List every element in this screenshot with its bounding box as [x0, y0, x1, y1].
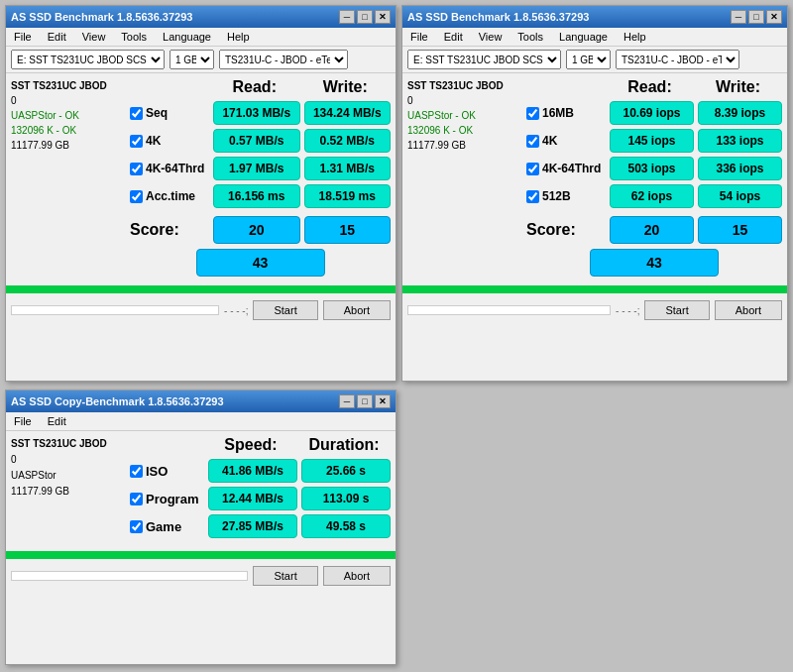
write-4k64-2[interactable]: 336 iops	[698, 157, 782, 180]
speed-iso[interactable]: 41.86 MB/s	[208, 459, 297, 483]
menu-language-1[interactable]: Language	[160, 30, 214, 44]
read-16mb[interactable]: 10.69 iops	[610, 101, 694, 125]
menu-edit-3[interactable]: Edit	[45, 414, 69, 428]
menu-view-1[interactable]: View	[79, 30, 109, 44]
target-select-2[interactable]: TS231U-C - JBOD - eTeknix.c	[616, 50, 739, 69]
content-2: SST TS231UC JBOD 0 UASPStor - OK 132096 …	[402, 73, 787, 281]
read-4k[interactable]: 0.57 MB/s	[213, 129, 300, 153]
disk-select-1[interactable]: E: SST TS231UC JBOD SCSI Disk Devic	[11, 50, 165, 69]
uasp-status-2: UASPStor - OK	[407, 108, 521, 123]
write-4k[interactable]: 0.52 MB/s	[304, 129, 392, 153]
write-seq[interactable]: 134.24 MB/s	[304, 101, 392, 125]
label-4k64-2: 4K-64Thrd	[526, 162, 606, 175]
toolbar-2: E: SST TS231UC JBOD SCSI Disk Devic 1 GB…	[402, 47, 787, 73]
disk-select-2[interactable]: E: SST TS231UC JBOD SCSI Disk Devic	[407, 50, 561, 69]
check-program[interactable]	[130, 493, 143, 505]
menu-view-2[interactable]: View	[476, 30, 506, 44]
row-16mb: 16MB 10.69 iops 8.39 iops	[526, 101, 782, 125]
check-4k-2[interactable]	[526, 135, 539, 148]
check-game[interactable]	[130, 520, 143, 533]
check-512b[interactable]	[526, 190, 539, 203]
window-controls-2: ─ □ ✕	[731, 10, 782, 24]
score-write-1[interactable]: 15	[304, 216, 392, 244]
uasp-3: UASPStor	[11, 468, 125, 484]
maximize-btn-1[interactable]: □	[357, 10, 373, 24]
abort-btn-3[interactable]: Abort	[323, 566, 391, 586]
capacity-2: 11177.99 GB	[407, 138, 521, 153]
check-4k[interactable]	[130, 135, 143, 148]
duration-game[interactable]: 49.58 s	[301, 514, 391, 538]
window-title-1: AS SSD Benchmark 1.8.5636.37293	[11, 11, 192, 23]
read-4k-2[interactable]: 145 iops	[610, 129, 694, 153]
write-acctime[interactable]: 18.519 ms	[304, 184, 392, 208]
close-btn-1[interactable]: ✕	[375, 10, 391, 24]
device-num-3: 0	[11, 452, 125, 468]
abort-btn-2[interactable]: Abort	[715, 300, 782, 320]
size-select-1[interactable]: 1 GB	[170, 50, 214, 69]
minimize-btn-2[interactable]: ─	[731, 10, 746, 24]
score-write-2[interactable]: 15	[698, 216, 782, 244]
read-4k64-2[interactable]: 503 iops	[610, 157, 694, 180]
read-seq[interactable]: 171.03 MB/s	[213, 101, 300, 125]
close-btn-3[interactable]: ✕	[375, 394, 391, 408]
main-panel-1: Read: Write: Seq 171.03 MB/s 134.24 MB/s	[130, 78, 391, 277]
check-4k64[interactable]	[130, 163, 143, 175]
desktop: AS SSD Benchmark 1.8.5636.37293 ─ □ ✕ Fi…	[0, 0, 793, 672]
duration-header-3: Duration:	[297, 436, 391, 454]
start-btn-1[interactable]: Start	[253, 300, 317, 320]
menu-tools-1[interactable]: Tools	[118, 30, 150, 44]
check-acctime[interactable]	[130, 190, 143, 203]
menu-file-2[interactable]: File	[407, 30, 431, 44]
check-16mb[interactable]	[526, 107, 539, 120]
write-4k-2[interactable]: 133 iops	[698, 129, 782, 153]
check-4k64-2[interactable]	[526, 163, 539, 175]
menu-help-2[interactable]: Help	[621, 30, 649, 44]
label-16mb: 16MB	[526, 106, 606, 120]
target-select-1[interactable]: TS231U-C - JBOD - eTeknix.c	[219, 50, 348, 69]
window-controls-1: ─ □ ✕	[339, 10, 391, 24]
row-4k64: 4K-64Thrd 1.97 MB/s 1.31 MB/s	[130, 157, 391, 180]
title-bar-2: AS SSD Benchmark 1.8.5636.37293 ─ □ ✕	[402, 6, 787, 28]
green-bar-3	[6, 551, 396, 559]
minimize-btn-3[interactable]: ─	[339, 394, 355, 408]
main-panel-2: Read: Write: 16MB 10.69 iops 8.39 iops	[526, 78, 782, 277]
label-iso-text: ISO	[146, 464, 168, 479]
menu-tools-2[interactable]: Tools	[514, 30, 546, 44]
maximize-btn-2[interactable]: □	[748, 10, 764, 24]
maximize-btn-3[interactable]: □	[357, 394, 373, 408]
write-16mb[interactable]: 8.39 iops	[698, 101, 782, 125]
read-4k64[interactable]: 1.97 MB/s	[213, 157, 300, 180]
start-btn-3[interactable]: Start	[253, 566, 317, 586]
start-btn-2[interactable]: Start	[644, 300, 709, 320]
device-info-1: SST TS231UC JBOD 0 UASPStor - OK 132096 …	[11, 78, 125, 277]
menu-edit-2[interactable]: Edit	[441, 30, 466, 44]
write-512b[interactable]: 54 iops	[698, 184, 782, 208]
check-seq[interactable]	[130, 107, 143, 120]
device-name-2: SST TS231UC JBOD	[407, 78, 521, 93]
menu-language-2[interactable]: Language	[556, 30, 611, 44]
total-score-row-1: 43	[130, 249, 391, 277]
read-acctime[interactable]: 16.156 ms	[213, 184, 300, 208]
total-score-1[interactable]: 43	[196, 249, 325, 277]
minimize-btn-1[interactable]: ─	[339, 10, 355, 24]
total-score-2[interactable]: 43	[590, 249, 719, 277]
score-read-1[interactable]: 20	[213, 216, 300, 244]
total-score-row-2: 43	[526, 249, 782, 277]
menu-file-1[interactable]: File	[11, 30, 35, 44]
label-16mb-text: 16MB	[542, 106, 574, 120]
duration-iso[interactable]: 25.66 s	[301, 459, 391, 483]
read-512b[interactable]: 62 iops	[610, 184, 694, 208]
menu-file-3[interactable]: File	[11, 414, 35, 428]
duration-program[interactable]: 113.09 s	[301, 487, 391, 510]
score-read-2[interactable]: 20	[610, 216, 694, 244]
abort-btn-1[interactable]: Abort	[323, 300, 391, 320]
write-4k64[interactable]: 1.31 MB/s	[304, 157, 392, 180]
label-4k: 4K	[130, 134, 209, 148]
speed-program[interactable]: 12.44 MB/s	[208, 487, 297, 510]
menu-help-1[interactable]: Help	[224, 30, 253, 44]
size-select-2[interactable]: 1 GB	[566, 50, 611, 69]
close-btn-2[interactable]: ✕	[766, 10, 782, 24]
menu-edit-1[interactable]: Edit	[45, 30, 69, 44]
check-iso[interactable]	[130, 465, 143, 478]
speed-game[interactable]: 27.85 MB/s	[208, 514, 297, 538]
